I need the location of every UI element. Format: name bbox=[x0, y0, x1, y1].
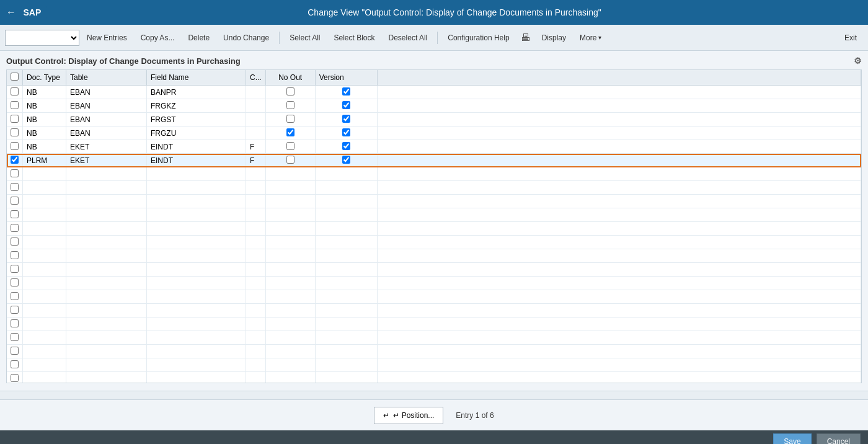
empty-cell bbox=[66, 331, 147, 345]
table-row-empty bbox=[7, 317, 861, 331]
undo-change-button[interactable]: Undo Change bbox=[217, 29, 275, 47]
empty-cell bbox=[7, 317, 23, 331]
row-noout-checkbox[interactable] bbox=[286, 142, 294, 150]
empty-row-checkbox[interactable] bbox=[11, 265, 19, 273]
save-button[interactable]: Save bbox=[773, 433, 811, 444]
empty-cell bbox=[147, 222, 246, 236]
empty-row-checkbox[interactable] bbox=[11, 238, 19, 246]
empty-cell bbox=[377, 236, 861, 249]
display-button[interactable]: Display bbox=[536, 29, 572, 47]
empty-cell bbox=[315, 181, 377, 195]
select-all-checkbox[interactable] bbox=[11, 73, 19, 81]
horizontal-scroll[interactable] bbox=[0, 391, 868, 399]
delete-button[interactable]: Delete bbox=[182, 29, 216, 47]
empty-cell bbox=[7, 195, 23, 208]
empty-row-checkbox[interactable] bbox=[11, 319, 19, 327]
empty-cell bbox=[147, 290, 246, 304]
footer: Save Cancel bbox=[0, 430, 868, 444]
row-noout-checkbox[interactable] bbox=[286, 115, 294, 123]
row-version-checkbox[interactable] bbox=[342, 142, 350, 150]
row-noout-checkbox[interactable] bbox=[286, 87, 294, 95]
settings-icon[interactable]: ⚙ bbox=[854, 56, 862, 66]
empty-row-checkbox[interactable] bbox=[11, 306, 19, 314]
sap-logo: SAP bbox=[21, 6, 47, 19]
empty-row-checkbox[interactable] bbox=[11, 292, 19, 300]
row-checkbox[interactable] bbox=[11, 87, 19, 95]
cancel-button[interactable]: Cancel bbox=[817, 433, 861, 444]
row-noout-checkbox[interactable] bbox=[286, 128, 294, 136]
empty-cell bbox=[23, 222, 66, 236]
row-version-checkbox[interactable] bbox=[342, 128, 350, 136]
row-fieldname: FRGZU bbox=[147, 127, 246, 140]
row-select-cell bbox=[7, 154, 23, 167]
row-c bbox=[246, 86, 266, 99]
new-entries-button[interactable]: New Entries bbox=[81, 29, 133, 47]
col-header-table: Table bbox=[66, 70, 147, 86]
empty-row-checkbox[interactable] bbox=[11, 210, 19, 218]
table-row-empty bbox=[7, 208, 861, 222]
empty-cell bbox=[66, 236, 147, 249]
configuration-help-button[interactable]: Configuration Help bbox=[441, 29, 515, 47]
col-header-noout: No Out bbox=[265, 70, 315, 86]
empty-cell bbox=[377, 208, 861, 222]
empty-cell bbox=[246, 304, 266, 317]
back-button[interactable]: ← bbox=[6, 7, 16, 18]
empty-cell bbox=[66, 345, 147, 358]
empty-row-checkbox[interactable] bbox=[11, 360, 19, 368]
row-doctype: NB bbox=[23, 113, 66, 127]
select-all-button[interactable]: Select All bbox=[283, 29, 326, 47]
row-version-checkbox[interactable] bbox=[342, 87, 350, 95]
row-extra bbox=[377, 99, 861, 113]
row-checkbox[interactable] bbox=[11, 101, 19, 109]
row-table: EBAN bbox=[66, 127, 147, 140]
empty-row-checkbox[interactable] bbox=[11, 197, 19, 205]
table-row: PLRMEKETEINDTF bbox=[7, 154, 861, 167]
empty-cell bbox=[265, 358, 315, 372]
empty-cell bbox=[246, 208, 266, 222]
empty-cell bbox=[66, 208, 147, 222]
empty-row-checkbox[interactable] bbox=[11, 347, 19, 355]
row-version-checkbox[interactable] bbox=[342, 156, 350, 164]
exit-button[interactable]: Exit bbox=[838, 29, 863, 47]
empty-cell bbox=[377, 222, 861, 236]
row-version-checkbox[interactable] bbox=[342, 115, 350, 123]
empty-row-checkbox[interactable] bbox=[11, 374, 19, 382]
empty-row-checkbox[interactable] bbox=[11, 169, 19, 177]
entry-info: Entry 1 of 6 bbox=[456, 411, 494, 420]
row-checkbox[interactable] bbox=[11, 128, 19, 136]
row-version-checkbox[interactable] bbox=[342, 101, 350, 109]
select-block-button[interactable]: Select Block bbox=[328, 29, 381, 47]
row-noout-cell bbox=[265, 140, 315, 154]
copy-as-button[interactable]: Copy As... bbox=[135, 29, 181, 47]
empty-cell bbox=[23, 263, 66, 277]
empty-row-checkbox[interactable] bbox=[11, 224, 19, 232]
table-row-empty bbox=[7, 372, 861, 384]
col-header-c: C... bbox=[246, 70, 266, 86]
empty-cell bbox=[377, 304, 861, 317]
table-header-row: Doc. Type Table Field Name C... No Out V… bbox=[7, 70, 861, 86]
row-noout-checkbox[interactable] bbox=[286, 101, 294, 109]
print-icon[interactable]: 🖶 bbox=[517, 32, 534, 43]
empty-cell bbox=[23, 167, 66, 181]
more-button[interactable]: More bbox=[574, 29, 608, 47]
row-checkbox[interactable] bbox=[11, 142, 19, 150]
empty-cell bbox=[7, 236, 23, 249]
row-checkbox[interactable] bbox=[11, 115, 19, 123]
deselect-all-button[interactable]: Deselect All bbox=[383, 29, 434, 47]
toolbar-dropdown[interactable] bbox=[5, 30, 79, 46]
empty-cell bbox=[315, 317, 377, 331]
col-header-extra bbox=[377, 70, 861, 86]
row-checkbox[interactable] bbox=[11, 156, 19, 164]
position-button[interactable]: ↵ ↵ Position... bbox=[374, 407, 443, 424]
table-row: NBEBANBANPR bbox=[7, 86, 861, 99]
empty-cell bbox=[66, 222, 147, 236]
empty-row-checkbox[interactable] bbox=[11, 251, 19, 259]
empty-row-checkbox[interactable] bbox=[11, 333, 19, 341]
empty-cell bbox=[147, 331, 246, 345]
row-noout-checkbox[interactable] bbox=[286, 156, 294, 164]
row-noout-cell bbox=[265, 127, 315, 140]
row-fieldname: EINDT bbox=[147, 140, 246, 154]
empty-row-checkbox[interactable] bbox=[11, 183, 19, 191]
row-extra bbox=[377, 127, 861, 140]
empty-row-checkbox[interactable] bbox=[11, 278, 19, 286]
